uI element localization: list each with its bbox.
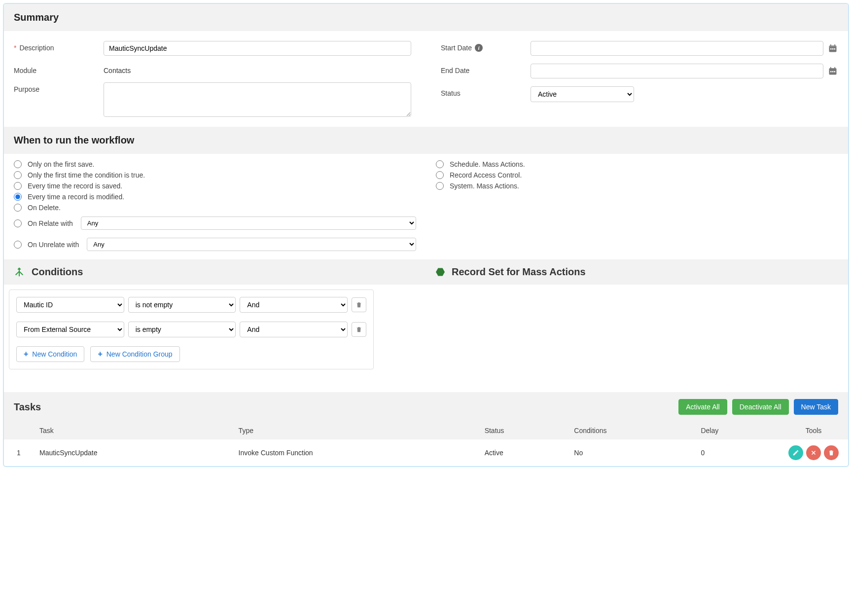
- start-date-label: Start Date i: [441, 41, 525, 52]
- tasks-title: Tasks: [14, 401, 41, 413]
- tasks-table: Task Type Status Conditions Delay Tools …: [4, 422, 848, 466]
- tasks-header: Tasks Activate All Deactivate All New Ta…: [4, 392, 848, 422]
- svg-rect-5: [832, 48, 834, 50]
- col-conditions: Conditions: [568, 422, 695, 439]
- col-task: Task: [34, 422, 233, 439]
- deactivate-all-button[interactable]: Deactivate All: [732, 399, 789, 415]
- condition-logic-select[interactable]: And: [240, 322, 348, 337]
- svg-rect-1: [829, 45, 837, 47]
- relate-select[interactable]: Any: [81, 217, 416, 230]
- svg-rect-4: [830, 48, 832, 50]
- description-label: *Description: [14, 41, 98, 52]
- radio-schedule[interactable]: Schedule. Mass Actions.: [436, 159, 838, 170]
- condition-field-select[interactable]: From External Source: [16, 322, 124, 337]
- condition-row: From External Source is empty And: [16, 322, 366, 337]
- activate-all-button[interactable]: Activate All: [678, 399, 727, 415]
- svg-rect-11: [832, 71, 834, 72]
- when-header: When to run the workflow: [4, 127, 848, 154]
- radio-on-unrelate[interactable]: On Unrelate with Any: [14, 236, 416, 253]
- module-value: Contacts: [104, 64, 131, 74]
- cancel-task-button[interactable]: [806, 445, 821, 460]
- edit-task-button[interactable]: [788, 445, 803, 460]
- module-label: Module: [14, 64, 98, 74]
- purpose-label: Purpose: [14, 82, 98, 93]
- new-condition-group-button[interactable]: +New Condition Group: [90, 346, 179, 362]
- conditions-header: Conditions: [4, 259, 426, 285]
- col-status: Status: [479, 422, 568, 439]
- recordset-header: Record Set for Mass Actions: [426, 259, 848, 285]
- svg-rect-12: [834, 71, 836, 72]
- radio-rac[interactable]: Record Access Control.: [436, 170, 838, 181]
- col-type: Type: [233, 422, 479, 439]
- hexagon-icon: [436, 268, 445, 277]
- svg-rect-9: [834, 67, 835, 69]
- condition-op-select[interactable]: is empty: [128, 322, 236, 337]
- svg-rect-8: [830, 67, 831, 69]
- new-condition-button[interactable]: +New Condition: [16, 346, 84, 362]
- radio-on-delete[interactable]: On Delete.: [14, 202, 416, 213]
- when-title: When to run the workflow: [14, 135, 134, 146]
- new-task-button[interactable]: New Task: [794, 399, 838, 415]
- condition-logic-select[interactable]: And: [240, 297, 348, 313]
- radio-every-save[interactable]: Every time the record is saved.: [14, 181, 416, 191]
- delete-task-button[interactable]: [824, 445, 839, 460]
- status-label: Status: [441, 86, 525, 97]
- calendar-icon[interactable]: [827, 66, 838, 76]
- plus-icon: +: [98, 350, 102, 358]
- delete-condition-button[interactable]: [352, 297, 366, 312]
- branch-icon: [14, 267, 25, 278]
- status-select[interactable]: Active: [531, 86, 634, 102]
- svg-rect-6: [834, 48, 836, 50]
- conditions-panel: Mautic ID is not empty And From External…: [9, 290, 374, 369]
- svg-rect-3: [834, 44, 835, 46]
- calendar-icon[interactable]: [827, 43, 838, 54]
- plus-icon: +: [24, 350, 28, 358]
- unrelate-select[interactable]: Any: [87, 238, 416, 251]
- radio-every-modify[interactable]: Every time a record is modified.: [14, 191, 416, 202]
- radio-first-save[interactable]: Only on the first save.: [14, 159, 416, 170]
- col-tools: Tools: [779, 422, 848, 439]
- info-icon[interactable]: i: [475, 44, 483, 52]
- summary-title: Summary: [14, 12, 59, 23]
- condition-op-select[interactable]: is not empty: [128, 297, 236, 313]
- radio-on-relate[interactable]: On Relate with Any: [14, 215, 416, 231]
- radio-first-cond[interactable]: Only the first time the condition is tru…: [14, 170, 416, 181]
- start-date-input[interactable]: [531, 41, 823, 56]
- delete-condition-button[interactable]: [352, 322, 366, 337]
- table-row: 1 MauticSyncUpdate Invoke Custom Functio…: [4, 439, 848, 466]
- end-date-input[interactable]: [531, 64, 823, 78]
- radio-system[interactable]: System. Mass Actions.: [436, 181, 838, 191]
- col-delay: Delay: [695, 422, 779, 439]
- summary-header: Summary: [4, 4, 848, 31]
- condition-field-select[interactable]: Mautic ID: [16, 297, 124, 313]
- purpose-textarea[interactable]: [104, 82, 411, 117]
- end-date-label: End Date: [441, 64, 525, 74]
- svg-rect-10: [830, 71, 832, 72]
- description-input[interactable]: [104, 41, 411, 56]
- svg-rect-2: [830, 44, 831, 46]
- condition-row: Mautic ID is not empty And: [16, 297, 366, 313]
